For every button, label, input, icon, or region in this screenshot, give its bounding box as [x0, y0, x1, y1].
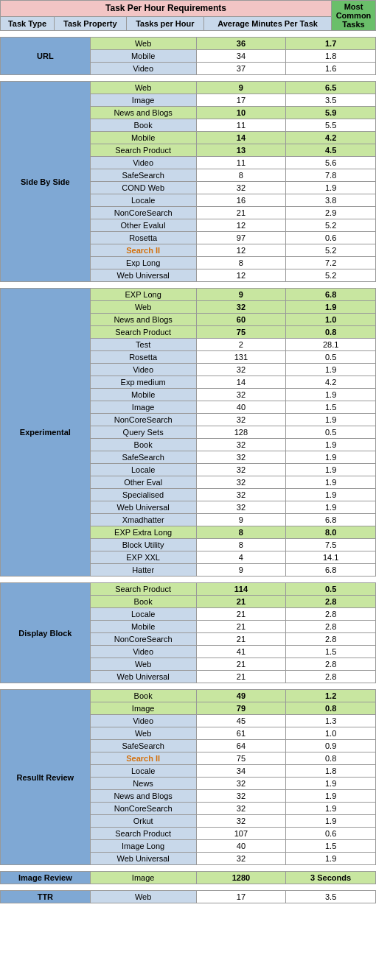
avg-minutes-cell: 7.5: [286, 539, 376, 551]
task-property-cell: Image Long: [90, 840, 196, 853]
tasks-per-hour-cell: 32: [196, 451, 286, 464]
task-property-cell: Book: [90, 439, 196, 451]
table-row: Image ReviewImage12803 Seconds: [1, 872, 376, 884]
tasks-per-hour-cell: 79: [196, 702, 286, 715]
table-row: TTRWeb173.5: [1, 891, 376, 903]
avg-minutes-cell: 1.9: [286, 364, 376, 376]
tasks-per-hour-cell: 32: [196, 464, 286, 476]
task-property-cell: EXP Long: [90, 289, 196, 301]
task-property-cell: NonCoreSearch: [90, 414, 196, 426]
avg-minutes-cell: 0.8: [286, 702, 376, 715]
tasks-per-hour-cell: 40: [196, 401, 286, 414]
tasks-per-hour-cell: 32: [196, 439, 286, 451]
task-property-cell: Search II: [90, 752, 196, 765]
avg-minutes-cell: 3 Seconds: [286, 872, 376, 884]
task-property-cell: Locale: [90, 608, 196, 621]
avg-minutes-cell: 3.5: [286, 891, 376, 903]
task-type-cell: TTR: [1, 891, 91, 903]
tasks-per-hour-cell: 13: [196, 144, 286, 157]
avg-minutes-cell: 1.9: [286, 853, 376, 865]
task-property-cell: NonCoreSearch: [90, 633, 196, 646]
task-property-cell: Web: [90, 82, 196, 94]
task-property-cell: Search Product: [90, 326, 196, 339]
task-property-cell: Web: [90, 727, 196, 740]
tasks-per-hour-cell: 32: [196, 414, 286, 426]
tasks-per-hour-cell: 8: [196, 169, 286, 182]
tasks-per-hour-cell: 2: [196, 339, 286, 351]
task-property-cell: Mobile: [90, 132, 196, 144]
avg-minutes-cell: 0.8: [286, 752, 376, 765]
task-property-cell: NonCoreSearch: [90, 803, 196, 815]
table-row: ExperimentalEXP Long96.8: [1, 289, 376, 301]
tasks-per-hour-cell: 12: [196, 269, 286, 282]
tasks-per-hour-cell: 32: [196, 489, 286, 501]
task-property-cell: Web Universal: [90, 853, 196, 865]
task-property-cell: Book: [90, 690, 196, 702]
tasks-per-hour-cell: 1280: [196, 872, 286, 884]
task-property-cell: Book: [90, 596, 196, 608]
section-table-1: Side By SideWeb96.5Image173.5News and Bl…: [0, 81, 376, 282]
task-property-cell: Query Sets: [90, 426, 196, 439]
tasks-per-hour-cell: 34: [196, 50, 286, 63]
tasks-per-hour-cell: 32: [196, 853, 286, 865]
tasks-per-hour-cell: 114: [196, 583, 286, 596]
tasks-per-hour-cell: 17: [196, 94, 286, 107]
avg-minutes-cell: 6.8: [286, 514, 376, 526]
tasks-per-hour-cell: 32: [196, 790, 286, 803]
avg-minutes-cell: 8.0: [286, 526, 376, 539]
avg-minutes-cell: 1.9: [286, 451, 376, 464]
tasks-per-hour-cell: 32: [196, 815, 286, 828]
task-property-cell: Exp medium: [90, 376, 196, 389]
task-property-cell: News and Blogs: [90, 314, 196, 326]
task-property-cell: EXP Extra Long: [90, 526, 196, 539]
avg-minutes-cell: 3.8: [286, 194, 376, 207]
task-type-cell: Experimental: [1, 289, 91, 577]
section-table-0: URLWeb361.7Mobile341.8Video371.6: [0, 37, 376, 75]
avg-minutes-cell: 5.6: [286, 157, 376, 169]
task-property-cell: Search II: [90, 244, 196, 257]
tasks-per-hour-cell: 97: [196, 232, 286, 244]
main-table: Task Per Hour Requirements Most Common T…: [0, 0, 376, 31]
avg-minutes-cell: 1.9: [286, 464, 376, 476]
tasks-per-hour-cell: 21: [196, 633, 286, 646]
task-property-cell: Search Product: [90, 828, 196, 840]
table-row: Resullt ReviewBook491.2: [1, 690, 376, 702]
task-property-cell: Test: [90, 339, 196, 351]
avg-minutes-cell: 0.8: [286, 326, 376, 339]
avg-minutes-cell: 1.9: [286, 389, 376, 401]
task-property-cell: Book: [90, 119, 196, 132]
task-property-cell: Web: [90, 891, 196, 903]
tasks-per-hour-cell: 107: [196, 828, 286, 840]
avg-minutes-cell: 0.5: [286, 351, 376, 364]
task-property-cell: Web Universal: [90, 269, 196, 282]
task-property-cell: Block Utility: [90, 539, 196, 551]
task-type-cell: Display Block: [1, 583, 91, 683]
task-property-cell: SafeSearch: [90, 740, 196, 752]
avg-minutes-cell: 0.6: [286, 232, 376, 244]
task-property-cell: Video: [90, 157, 196, 169]
avg-minutes-cell: 1.9: [286, 790, 376, 803]
task-property-cell: Locale: [90, 464, 196, 476]
tasks-per-hour-cell: 128: [196, 426, 286, 439]
tasks-per-hour-cell: 32: [196, 301, 286, 314]
avg-minutes-cell: 4.5: [286, 144, 376, 157]
avg-minutes-cell: 1.9: [286, 182, 376, 194]
task-property-cell: Xmadhatter: [90, 514, 196, 526]
avg-minutes-cell: 1.0: [286, 727, 376, 740]
avg-minutes-cell: 1.9: [286, 803, 376, 815]
avg-minutes-cell: 6.5: [286, 82, 376, 94]
avg-minutes-cell: 1.9: [286, 815, 376, 828]
task-property-cell: Other EvaluI: [90, 219, 196, 232]
section-table-5: Image ReviewImage12803 Seconds: [0, 871, 376, 884]
task-property-cell: Locale: [90, 765, 196, 778]
avg-minutes-cell: 1.7: [286, 38, 376, 50]
avg-minutes-cell: 1.9: [286, 414, 376, 426]
tasks-per-hour-cell: 131: [196, 351, 286, 364]
avg-minutes-cell: 1.9: [286, 301, 376, 314]
tasks-per-hour-cell: 32: [196, 364, 286, 376]
section-table-3: Display BlockSearch Product1140.5Book212…: [0, 582, 376, 683]
avg-minutes-cell: 2.8: [286, 596, 376, 608]
tasks-per-hour-cell: 9: [196, 514, 286, 526]
avg-minutes-cell: 1.5: [286, 840, 376, 853]
avg-minutes-cell: 4.2: [286, 132, 376, 144]
